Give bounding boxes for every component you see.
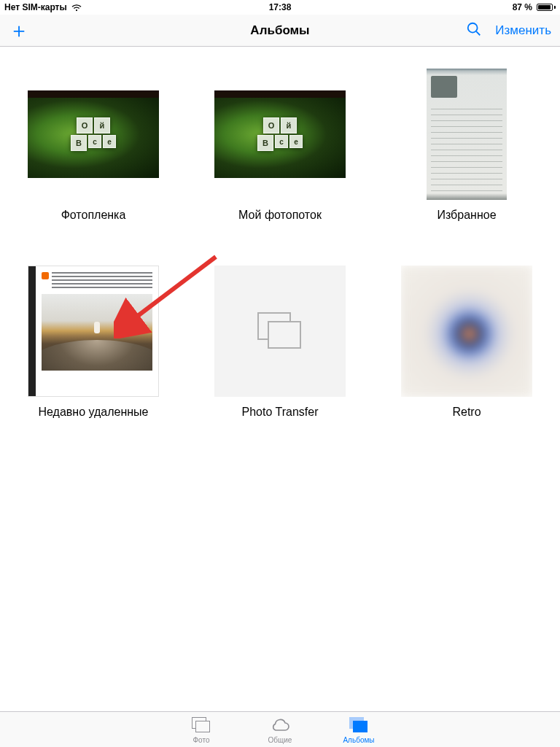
album-label: Мой фотопоток bbox=[238, 209, 322, 222]
edit-button[interactable]: Изменить bbox=[495, 23, 551, 38]
status-right: 87 % bbox=[513, 2, 556, 12]
tile-letter: В bbox=[257, 135, 273, 151]
status-time: 17:38 bbox=[269, 2, 292, 12]
search-button[interactable] bbox=[466, 21, 482, 40]
tab-label: Альбомы bbox=[343, 736, 374, 744]
battery-icon bbox=[537, 4, 556, 11]
battery-percent: 87 % bbox=[513, 2, 532, 12]
cloud-icon bbox=[269, 715, 291, 735]
album-thumbnail: Ой Все bbox=[28, 69, 159, 200]
album-thumbnail: Ой Все bbox=[214, 69, 346, 200]
albums-grid-container: Ой Все Фотопленка Ой Все bbox=[0, 47, 560, 441]
tile-letter: В bbox=[71, 135, 87, 151]
album-label: Photo Transfer bbox=[242, 406, 319, 419]
album-camera-roll[interactable]: Ой Все Фотопленка bbox=[28, 69, 159, 222]
album-thumbnail bbox=[214, 266, 346, 397]
status-bar: Нет SIM-карты 17:38 87 % bbox=[0, 0, 560, 15]
tile-letter: й bbox=[94, 117, 110, 133]
carrier-text: Нет SIM-карты bbox=[4, 2, 67, 12]
nav-bar: ＋ Альбомы Изменить bbox=[0, 15, 560, 47]
tab-label: Фото bbox=[193, 736, 210, 744]
tile-letter: О bbox=[77, 117, 93, 133]
tab-shared[interactable]: Общие bbox=[254, 715, 306, 744]
album-thumbnail bbox=[401, 69, 532, 200]
tab-bar: Фото Общие Альбомы bbox=[0, 711, 560, 747]
status-left: Нет SIM-карты bbox=[4, 2, 82, 12]
album-label: Фотопленка bbox=[61, 209, 126, 222]
add-album-button[interactable]: ＋ bbox=[9, 20, 29, 41]
photos-icon bbox=[192, 717, 211, 733]
album-recently-deleted[interactable]: Недавно удаленные bbox=[28, 266, 159, 419]
tile-letter: с bbox=[275, 135, 288, 148]
album-photostream[interactable]: Ой Все Мой фотопоток bbox=[214, 69, 346, 222]
album-thumbnail bbox=[401, 266, 532, 397]
album-label: Недавно удаленные bbox=[38, 406, 148, 419]
tile-letter: й bbox=[281, 117, 297, 133]
tile-letter: е bbox=[289, 135, 303, 148]
albums-icon bbox=[349, 717, 368, 733]
tile-letter: с bbox=[88, 135, 101, 148]
wifi-icon bbox=[71, 4, 82, 11]
svg-point-0 bbox=[468, 23, 478, 32]
svg-line-1 bbox=[477, 31, 481, 35]
page-title: Альбомы bbox=[250, 23, 309, 38]
album-thumbnail bbox=[28, 266, 159, 397]
album-favorites[interactable]: Избранное bbox=[401, 69, 532, 222]
tile-letter: О bbox=[263, 117, 279, 133]
tab-label: Общие bbox=[268, 736, 292, 744]
album-label: Избранное bbox=[437, 209, 496, 222]
tab-photos[interactable]: Фото bbox=[176, 715, 227, 744]
tile-letter: е bbox=[103, 135, 116, 148]
tab-albums[interactable]: Альбомы bbox=[333, 715, 384, 744]
album-photo-transfer[interactable]: Photo Transfer bbox=[214, 266, 346, 419]
album-label: Retro bbox=[452, 406, 481, 419]
album-retro[interactable]: Retro bbox=[401, 266, 532, 419]
search-icon bbox=[466, 21, 482, 37]
empty-album-icon bbox=[257, 312, 303, 350]
albums-grid: Ой Все Фотопленка Ой Все bbox=[28, 69, 532, 419]
